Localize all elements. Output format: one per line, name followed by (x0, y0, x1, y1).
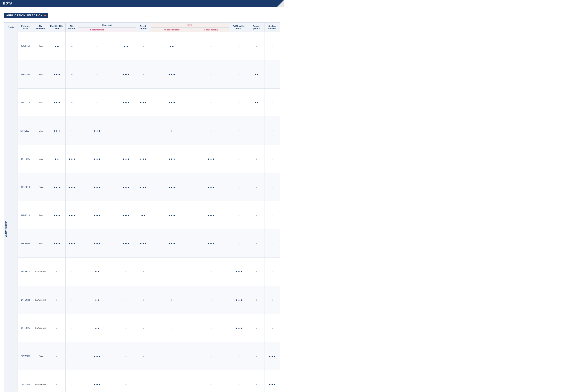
dot-high: ● ● ● (140, 185, 146, 189)
dot-high: ● ● ● (123, 101, 129, 104)
dot-high: ● ● ● (140, 242, 146, 245)
dot-high: ● ● ● (54, 242, 60, 245)
cell-sealing: ○ (264, 60, 280, 88)
cell-repair: ○ (136, 117, 151, 145)
dot-empty: ○ (71, 270, 73, 273)
dot-empty: ○ (271, 242, 273, 245)
cell-sealing: ● (264, 286, 280, 314)
dot-suitable: ● (271, 298, 273, 301)
dot-empty: ○ (125, 355, 127, 358)
col-header-powder-paints: Powder paints (249, 23, 264, 32)
cell-tile-grout: ● ● ● (78, 229, 116, 257)
cell-finish: ○ (193, 342, 229, 370)
cell-polymer: EVA (33, 88, 48, 117)
cell-adhesion: ○ (151, 314, 193, 342)
cell-repair: ● (136, 32, 151, 60)
cell-skim: ● ● (116, 32, 136, 60)
dot-empty: ○ (142, 383, 144, 386)
dot-high: ● ● ● (94, 383, 100, 386)
table-row: DP-F305 EVA ● ● ● ● ● ● ● ● ● ● ● ● ● ● … (4, 145, 280, 173)
cell-finish: ○ (193, 286, 229, 314)
dot-high: ● ● ● (168, 73, 175, 76)
cell-adhesion: ● ● ● (151, 60, 193, 88)
cell-tile-adh: ● (48, 370, 66, 392)
cell-adhesion: ● ● ● (151, 145, 193, 173)
table-container: Grade Polymer base Tile adhesive Flexibl… (4, 22, 280, 392)
dot-empty: ○ (210, 298, 212, 301)
table-row: DP-F405 EVA ● ● ● ● ● ● ● ● ● ● ● ● ● ● … (4, 229, 280, 257)
dot-high: ● ● ● (54, 129, 60, 132)
cell-repair: ● (136, 286, 151, 314)
cell-flex-thin: ○ (66, 117, 78, 145)
cell-skim: ● ● ● (116, 229, 136, 257)
cell-tile-grout: ○ (78, 60, 116, 88)
dot-empty: ○ (238, 101, 240, 104)
dot-high: ● ● ● (123, 214, 129, 217)
dot-high: ● ● ● (236, 298, 242, 301)
cell-flex-thin: ○ (66, 257, 78, 286)
cell-polymer: EVA/Veova (33, 314, 48, 342)
dot-high: ● ● ● (94, 157, 100, 160)
dot-empty: ○ (271, 73, 273, 76)
dot-high: ● ● ● (168, 101, 175, 104)
cell-adhesion: ○ (151, 257, 193, 286)
dot-empty: ○ (210, 73, 212, 76)
cell-polymer: EVA (33, 173, 48, 201)
cell-tile-grout: ● ● (78, 314, 116, 342)
dot-high: ● ● ● (269, 383, 275, 386)
cell-skim: ○ (116, 257, 136, 286)
cell-powder: ● (249, 201, 264, 229)
cell-self-lev: ○ (229, 342, 249, 370)
cell-tile-grout: ○ (78, 88, 116, 117)
cell-skim: ● ● ● (116, 201, 136, 229)
dot-empty: ○ (210, 355, 212, 358)
cell-repair: ○ (136, 370, 151, 392)
dot-empty: ○ (238, 45, 240, 48)
dot-empty: ○ (256, 129, 257, 132)
dot-empty: ○ (271, 214, 273, 217)
dot-suitable: ● (171, 298, 172, 301)
cell-grade: DP-S025 (18, 314, 33, 342)
cell-tile-adh: ● (48, 342, 66, 370)
dot-high: ● ● ● (123, 73, 129, 76)
dot-high: ● ● ● (140, 157, 146, 160)
cell-sealing: ○ (264, 257, 280, 286)
header: BOTAI (0, 0, 284, 7)
dot-suitable: ● (256, 383, 257, 386)
dot-high: ● ● ● (69, 214, 75, 217)
dot-suitable: ● (271, 326, 273, 330)
cell-grade: DP-A202 (18, 60, 33, 88)
cell-tile-grout: ● ● ● (78, 370, 116, 392)
dot-high: ● ● ● (123, 185, 129, 189)
cell-polymer: EVA/Veova (33, 370, 48, 392)
dot-high: ● ● (95, 326, 99, 330)
cell-tile-adh: ● ● (48, 32, 66, 60)
dot-empty: ○ (210, 383, 212, 386)
dot-empty: ○ (71, 298, 73, 301)
cell-flex-thin: ● ● ● (66, 201, 78, 229)
cell-repair: ● ● ● (136, 88, 151, 117)
col-header-flexible-thin-bed: Flexible Thin Bed (48, 23, 66, 32)
dot-empty: ○ (96, 45, 98, 48)
left-label-cell: VINNATE®RDP (4, 32, 18, 392)
section-title: APPLICATION SELECTION (6, 14, 43, 17)
dot-high: ● ● ● (168, 242, 175, 245)
dot-high: ● ● ● (236, 270, 242, 273)
cell-powder: ● (249, 370, 264, 392)
col-header-eifs: EIFS (151, 23, 229, 28)
dot-suitable: ● (125, 129, 127, 132)
dot-empty: ○ (238, 73, 240, 76)
dot-empty: ○ (142, 129, 144, 132)
section-dot-decoration (44, 15, 46, 16)
table-row: DP-W032 EVA/Veova ● ○ ● ● ● ○ ○ ○ ○ ○ ● … (4, 370, 280, 392)
dot-high: ● ● ● (94, 242, 100, 245)
dot-suitable: ● (71, 45, 73, 48)
dot-high: ● ● (55, 157, 59, 160)
dot-high: ● ● (95, 298, 99, 301)
cell-finish: ● ● ● (193, 229, 229, 257)
cell-adhesion: ● ● ● (151, 229, 193, 257)
table-row: DP-S023 EVA/Veova ● ○ ● ● ○ ● ● ○ ● ● ● … (4, 286, 280, 314)
dot-high: ● ● ● (69, 157, 75, 160)
dot-suitable: ● (56, 298, 57, 301)
dot-empty: ○ (238, 383, 240, 386)
